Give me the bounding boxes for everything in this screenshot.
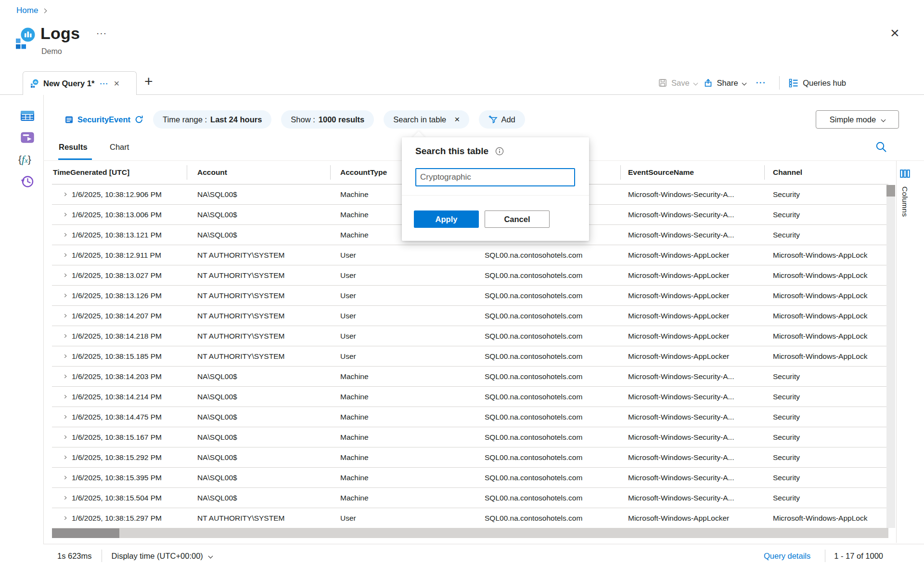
table-row[interactable]: 1/6/2025, 10:38:13.027 PMNT AUTHORITY\SY…	[52, 265, 888, 286]
toolbar: Save Share ··· Queries hub	[658, 72, 846, 93]
expand-row-chevron-icon[interactable]	[62, 355, 67, 358]
show-results-pill[interactable]: Show : 1000 results	[281, 110, 374, 129]
close-icon[interactable]: ×	[890, 25, 899, 40]
cell-account-type: User	[330, 291, 469, 300]
share-button[interactable]: Share	[704, 79, 746, 88]
vertical-scrollbar[interactable]	[886, 185, 895, 528]
functions-icon[interactable]: {fx}	[18, 153, 31, 166]
expand-row-chevron-icon[interactable]	[62, 253, 67, 257]
expand-row-chevron-icon[interactable]	[62, 294, 67, 297]
tab-close-icon[interactable]: ×	[114, 79, 119, 88]
expand-row-chevron-icon[interactable]	[62, 314, 67, 317]
save-button[interactable]: Save	[658, 79, 697, 88]
tab-new-query-1[interactable]: New Query 1* ··· ×	[23, 71, 137, 95]
info-icon[interactable]	[495, 147, 504, 156]
cell-event-source-name: Microsoft-Windows-AppLocker	[620, 312, 764, 320]
display-time-dropdown[interactable]: Display time (UTC+00:00)	[112, 552, 212, 561]
table-row[interactable]: 1/6/2025, 10:38:15.185 PMNT AUTHORITY\SY…	[52, 346, 888, 367]
table-row[interactable]: 1/6/2025, 10:38:14.207 PMNT AUTHORITY\SY…	[52, 306, 888, 326]
column-header-channel[interactable]: Channel	[764, 161, 888, 184]
search-term-input[interactable]	[415, 168, 575, 186]
query-duration: 1s 623ms	[57, 552, 92, 561]
cell-account: NT AUTHORITY\SYSTEM	[187, 332, 330, 341]
cell-channel: Microsoft-Windows-AppLock	[764, 352, 888, 361]
column-header-event-source-name[interactable]: EventSourceName	[620, 161, 764, 184]
expand-row-chevron-icon[interactable]	[62, 435, 67, 439]
expand-row-chevron-icon[interactable]	[62, 395, 67, 398]
table-row[interactable]: 1/6/2025, 10:38:15.504 PMNA\SQL00$Machin…	[52, 488, 888, 508]
add-tab-button[interactable]: +	[144, 74, 153, 89]
horizontal-scrollbar[interactable]	[52, 528, 888, 538]
cell-account: NA\SQL00$	[187, 453, 330, 462]
expand-row-chevron-icon[interactable]	[62, 375, 67, 378]
mode-selector[interactable]: Simple mode	[816, 110, 899, 129]
horizontal-scrollbar-thumb[interactable]	[52, 528, 119, 538]
table-row[interactable]: 1/6/2025, 10:38:14.475 PMNA\SQL00$Machin…	[52, 407, 888, 427]
cell-computer: SQL00.na.contosohotels.com	[469, 473, 620, 482]
query-history-icon[interactable]	[20, 174, 35, 191]
cell-account-type: Machine	[330, 372, 469, 381]
cell-account: NA\SQL00$	[187, 372, 330, 381]
table-row[interactable]: 1/6/2025, 10:38:12.911 PMNT AUTHORITY\SY…	[52, 245, 888, 265]
table-row[interactable]: 1/6/2025, 10:38:14.214 PMNA\SQL00$Machin…	[52, 387, 888, 407]
cell-event-source-name: Microsoft-Windows-Security-A...	[620, 190, 764, 199]
vertical-scrollbar-thumb[interactable]	[886, 185, 895, 197]
cell-computer: SQL00.na.contosohotels.com	[469, 372, 620, 381]
cell-time-generated: 1/6/2025, 10:38:12.906 PM	[70, 190, 187, 199]
cell-account: NA\SQL00$	[187, 473, 330, 482]
search-icon[interactable]	[875, 141, 887, 155]
cancel-button[interactable]: Cancel	[485, 210, 550, 228]
page-more-button[interactable]: ···	[96, 28, 107, 39]
cell-account: NT AUTHORITY\SYSTEM	[187, 514, 330, 523]
expand-row-chevron-icon[interactable]	[62, 213, 67, 216]
time-range-pill[interactable]: Time range : Last 24 hours	[153, 110, 271, 129]
table-row[interactable]: 1/6/2025, 10:38:15.395 PMNA\SQL00$Machin…	[52, 468, 888, 488]
cell-account-type: Machine	[330, 494, 469, 502]
queries-hub-button[interactable]: Queries hub	[789, 78, 846, 88]
table-row[interactable]: 1/6/2025, 10:38:15.167 PMNA\SQL00$Machin…	[52, 427, 888, 447]
columns-panel-toggle[interactable]: Columns	[896, 161, 924, 543]
table-row[interactable]: 1/6/2025, 10:38:15.297 PMNT AUTHORITY\SY…	[52, 508, 888, 528]
cell-computer: SQL00.na.contosohotels.com	[469, 393, 620, 401]
cell-event-source-name: Microsoft-Windows-Security-A...	[620, 473, 764, 482]
tab-results[interactable]: Results	[59, 143, 88, 152]
refresh-icon[interactable]	[135, 115, 143, 124]
selected-table-chip[interactable]: SecurityEvent	[65, 115, 143, 124]
cell-time-generated: 1/6/2025, 10:38:15.292 PM	[70, 453, 187, 462]
expand-row-chevron-icon[interactable]	[62, 274, 67, 277]
cell-event-source-name: Microsoft-Windows-Security-A...	[620, 413, 764, 421]
expand-row-chevron-icon[interactable]	[62, 415, 67, 419]
cell-account: NA\SQL00$	[187, 231, 330, 239]
tab-more-button[interactable]: ···	[100, 79, 108, 88]
column-header-time-generated[interactable]: TimeGenerated [UTC]	[52, 161, 187, 184]
search-in-table-pill[interactable]: Search in table ×	[384, 110, 469, 129]
expand-row-chevron-icon[interactable]	[62, 516, 67, 520]
toolbar-more-button[interactable]: ···	[756, 78, 766, 88]
expand-row-chevron-icon[interactable]	[62, 456, 67, 459]
breadcrumb-home-link[interactable]: Home	[16, 6, 38, 15]
expand-row-chevron-icon[interactable]	[62, 476, 67, 479]
expand-row-chevron-icon[interactable]	[62, 334, 67, 338]
remove-search-filter-icon[interactable]: ×	[454, 114, 460, 125]
toolbar-divider	[779, 76, 780, 90]
statusbar-left-divider	[102, 550, 102, 562]
cell-event-source-name: Microsoft-Windows-AppLocker	[620, 271, 764, 280]
queries-icon[interactable]	[20, 131, 35, 146]
query-details-link[interactable]: Query details	[764, 552, 810, 561]
expand-row-chevron-icon[interactable]	[62, 233, 67, 236]
tab-chart[interactable]: Chart	[110, 143, 129, 152]
expand-row-chevron-icon[interactable]	[62, 496, 67, 499]
add-filter-pill[interactable]: Add	[479, 110, 525, 129]
table-row[interactable]: 1/6/2025, 10:38:15.292 PMNA\SQL00$Machin…	[52, 447, 888, 468]
table-row[interactable]: 1/6/2025, 10:38:13.126 PMNT AUTHORITY\SY…	[52, 286, 888, 306]
workspace-name: Demo	[41, 47, 62, 56]
apply-button[interactable]: Apply	[414, 210, 479, 228]
tables-icon[interactable]	[20, 110, 35, 124]
cell-event-source-name: Microsoft-Windows-AppLocker	[620, 251, 764, 260]
breadcrumb-chevron-icon	[42, 9, 47, 13]
rail-divider	[43, 95, 44, 544]
column-header-account[interactable]: Account	[187, 161, 330, 184]
table-row[interactable]: 1/6/2025, 10:38:14.203 PMNA\SQL00$Machin…	[52, 367, 888, 387]
table-row[interactable]: 1/6/2025, 10:38:14.218 PMNT AUTHORITY\SY…	[52, 326, 888, 346]
expand-row-chevron-icon[interactable]	[62, 193, 67, 196]
